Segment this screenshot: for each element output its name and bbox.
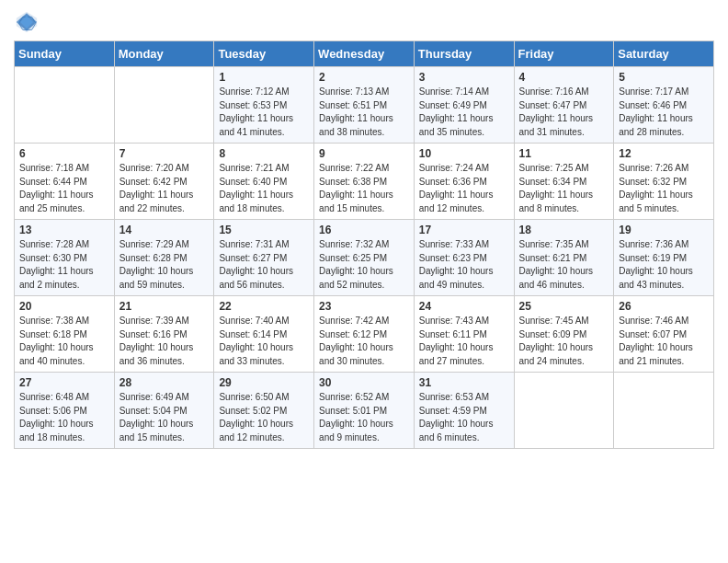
logo	[14, 9, 43, 35]
calendar-cell: 13Sunrise: 7:28 AM Sunset: 6:30 PM Dayli…	[15, 220, 115, 296]
calendar-cell: 19Sunrise: 7:36 AM Sunset: 6:19 PM Dayli…	[614, 220, 714, 296]
day-info: Sunrise: 6:50 AM Sunset: 5:02 PM Dayligh…	[219, 391, 309, 444]
calendar-cell: 7Sunrise: 7:20 AM Sunset: 6:42 PM Daylig…	[114, 144, 214, 220]
calendar-cell: 29Sunrise: 6:50 AM Sunset: 5:02 PM Dayli…	[214, 373, 314, 449]
day-info: Sunrise: 7:36 AM Sunset: 6:19 PM Dayligh…	[619, 238, 709, 292]
calendar-cell: 4Sunrise: 7:16 AM Sunset: 6:47 PM Daylig…	[514, 67, 614, 144]
day-info: Sunrise: 7:38 AM Sunset: 6:18 PM Dayligh…	[19, 315, 109, 368]
day-info: Sunrise: 6:48 AM Sunset: 5:06 PM Dayligh…	[19, 391, 109, 444]
day-info: Sunrise: 7:33 AM Sunset: 6:23 PM Dayligh…	[419, 238, 509, 292]
header-row: SundayMondayTuesdayWednesdayThursdayFrid…	[15, 41, 714, 67]
calendar-cell: 3Sunrise: 7:14 AM Sunset: 6:49 PM Daylig…	[414, 67, 514, 144]
week-row-5: 27Sunrise: 6:48 AM Sunset: 5:06 PM Dayli…	[15, 373, 714, 449]
week-row-1: 1Sunrise: 7:12 AM Sunset: 6:53 PM Daylig…	[15, 67, 714, 144]
day-info: Sunrise: 7:18 AM Sunset: 6:44 PM Dayligh…	[19, 162, 109, 215]
col-header-saturday: Saturday	[614, 41, 714, 67]
day-info: Sunrise: 7:31 AM Sunset: 6:27 PM Dayligh…	[219, 238, 309, 292]
day-info: Sunrise: 7:22 AM Sunset: 6:38 PM Dayligh…	[319, 162, 409, 215]
day-number: 13	[19, 224, 109, 236]
calendar-cell: 27Sunrise: 6:48 AM Sunset: 5:06 PM Dayli…	[15, 373, 115, 449]
calendar-cell: 11Sunrise: 7:25 AM Sunset: 6:34 PM Dayli…	[514, 144, 614, 220]
calendar-cell: 14Sunrise: 7:29 AM Sunset: 6:28 PM Dayli…	[114, 220, 214, 296]
day-info: Sunrise: 7:32 AM Sunset: 6:25 PM Dayligh…	[319, 238, 409, 292]
logo-icon	[14, 9, 40, 35]
day-info: Sunrise: 7:40 AM Sunset: 6:14 PM Dayligh…	[219, 315, 309, 368]
day-number: 7	[119, 147, 210, 160]
calendar-cell	[15, 67, 115, 144]
day-number: 30	[319, 376, 409, 389]
week-row-4: 20Sunrise: 7:38 AM Sunset: 6:18 PM Dayli…	[15, 296, 714, 373]
page: SundayMondayTuesdayWednesdayThursdayFrid…	[0, 0, 728, 463]
calendar-cell: 16Sunrise: 7:32 AM Sunset: 6:25 PM Dayli…	[314, 220, 415, 296]
day-number: 15	[219, 224, 309, 236]
day-number: 29	[219, 376, 309, 389]
day-info: Sunrise: 7:45 AM Sunset: 6:09 PM Dayligh…	[519, 315, 609, 368]
day-info: Sunrise: 6:52 AM Sunset: 5:01 PM Dayligh…	[319, 391, 409, 444]
day-info: Sunrise: 7:13 AM Sunset: 6:51 PM Dayligh…	[319, 86, 409, 139]
calendar-cell: 18Sunrise: 7:35 AM Sunset: 6:21 PM Dayli…	[514, 220, 614, 296]
day-info: Sunrise: 7:42 AM Sunset: 6:12 PM Dayligh…	[319, 315, 409, 368]
col-header-wednesday: Wednesday	[314, 41, 415, 67]
calendar-cell: 10Sunrise: 7:24 AM Sunset: 6:36 PM Dayli…	[414, 144, 514, 220]
day-info: Sunrise: 7:17 AM Sunset: 6:46 PM Dayligh…	[619, 86, 709, 139]
col-header-tuesday: Tuesday	[214, 41, 314, 67]
calendar-cell: 26Sunrise: 7:46 AM Sunset: 6:07 PM Dayli…	[614, 296, 714, 373]
day-info: Sunrise: 7:28 AM Sunset: 6:30 PM Dayligh…	[19, 238, 109, 292]
calendar-cell: 30Sunrise: 6:52 AM Sunset: 5:01 PM Dayli…	[314, 373, 415, 449]
day-info: Sunrise: 7:43 AM Sunset: 6:11 PM Dayligh…	[419, 315, 509, 368]
day-info: Sunrise: 7:20 AM Sunset: 6:42 PM Dayligh…	[119, 162, 210, 215]
calendar-cell	[614, 373, 714, 449]
col-header-thursday: Thursday	[414, 41, 514, 67]
day-info: Sunrise: 7:16 AM Sunset: 6:47 PM Dayligh…	[519, 86, 609, 139]
calendar-cell: 12Sunrise: 7:26 AM Sunset: 6:32 PM Dayli…	[614, 144, 714, 220]
col-header-friday: Friday	[514, 41, 614, 67]
calendar-cell: 31Sunrise: 6:53 AM Sunset: 4:59 PM Dayli…	[414, 373, 514, 449]
calendar-cell: 6Sunrise: 7:18 AM Sunset: 6:44 PM Daylig…	[15, 144, 115, 220]
calendar-table: SundayMondayTuesdayWednesdayThursdayFrid…	[14, 40, 714, 449]
calendar-cell: 21Sunrise: 7:39 AM Sunset: 6:16 PM Dayli…	[114, 296, 214, 373]
day-info: Sunrise: 7:26 AM Sunset: 6:32 PM Dayligh…	[619, 162, 709, 215]
day-number: 22	[219, 300, 309, 313]
day-number: 23	[319, 300, 409, 313]
day-info: Sunrise: 7:46 AM Sunset: 6:07 PM Dayligh…	[619, 315, 709, 368]
day-info: Sunrise: 7:29 AM Sunset: 6:28 PM Dayligh…	[119, 238, 210, 292]
day-number: 4	[519, 71, 609, 84]
day-number: 24	[419, 300, 509, 313]
day-number: 1	[219, 71, 309, 84]
day-number: 26	[619, 300, 709, 313]
day-number: 6	[19, 147, 109, 160]
calendar-cell: 1Sunrise: 7:12 AM Sunset: 6:53 PM Daylig…	[214, 67, 314, 144]
day-number: 12	[619, 147, 709, 160]
day-number: 25	[519, 300, 609, 313]
day-info: Sunrise: 7:25 AM Sunset: 6:34 PM Dayligh…	[519, 162, 609, 215]
day-number: 11	[519, 147, 609, 160]
day-number: 21	[119, 300, 210, 313]
day-number: 9	[319, 147, 409, 160]
day-number: 10	[419, 147, 509, 160]
calendar-cell: 8Sunrise: 7:21 AM Sunset: 6:40 PM Daylig…	[214, 144, 314, 220]
calendar-cell: 9Sunrise: 7:22 AM Sunset: 6:38 PM Daylig…	[314, 144, 415, 220]
day-number: 28	[119, 376, 210, 389]
col-header-sunday: Sunday	[15, 41, 115, 67]
day-number: 14	[119, 224, 210, 236]
day-info: Sunrise: 6:53 AM Sunset: 4:59 PM Dayligh…	[419, 391, 509, 444]
calendar-cell: 17Sunrise: 7:33 AM Sunset: 6:23 PM Dayli…	[414, 220, 514, 296]
day-info: Sunrise: 7:35 AM Sunset: 6:21 PM Dayligh…	[519, 238, 609, 292]
calendar-cell: 15Sunrise: 7:31 AM Sunset: 6:27 PM Dayli…	[214, 220, 314, 296]
day-info: Sunrise: 7:39 AM Sunset: 6:16 PM Dayligh…	[119, 315, 210, 368]
calendar-cell	[514, 373, 614, 449]
calendar-cell: 20Sunrise: 7:38 AM Sunset: 6:18 PM Dayli…	[15, 296, 115, 373]
calendar-cell: 22Sunrise: 7:40 AM Sunset: 6:14 PM Dayli…	[214, 296, 314, 373]
header	[14, 9, 714, 35]
day-info: Sunrise: 7:21 AM Sunset: 6:40 PM Dayligh…	[219, 162, 309, 215]
calendar-cell: 23Sunrise: 7:42 AM Sunset: 6:12 PM Dayli…	[314, 296, 415, 373]
day-number: 18	[519, 224, 609, 236]
day-number: 20	[19, 300, 109, 313]
day-number: 27	[19, 376, 109, 389]
day-number: 16	[319, 224, 409, 236]
day-number: 31	[419, 376, 509, 389]
day-info: Sunrise: 6:49 AM Sunset: 5:04 PM Dayligh…	[119, 391, 210, 444]
calendar-cell: 2Sunrise: 7:13 AM Sunset: 6:51 PM Daylig…	[314, 67, 415, 144]
week-row-3: 13Sunrise: 7:28 AM Sunset: 6:30 PM Dayli…	[15, 220, 714, 296]
calendar-cell: 24Sunrise: 7:43 AM Sunset: 6:11 PM Dayli…	[414, 296, 514, 373]
